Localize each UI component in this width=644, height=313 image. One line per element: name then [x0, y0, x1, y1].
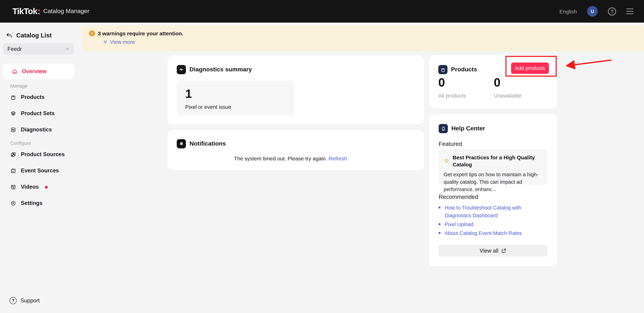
annotation-arrow-icon [558, 57, 617, 75]
recommended-links: How to Troubleshoot Catalog with Diagnos… [439, 204, 546, 238]
avatar[interactable]: U [587, 6, 598, 16]
external-link-icon [501, 248, 506, 253]
sidebar-item-label: Diagnostics [21, 126, 52, 133]
featured-article[interactable]: Best Practices for a High Quality Catalo… [439, 149, 548, 185]
sidebar: Catalog List Feedr Overview Manage Produ… [0, 23, 77, 313]
videos-notification-dot [45, 186, 48, 188]
help-icon[interactable]: ? [608, 7, 616, 15]
sidebar-item-overview[interactable]: Overview [3, 64, 74, 79]
support-button[interactable]: ? Support [0, 297, 77, 313]
card-title: Products [451, 66, 477, 73]
sidebar-item-label: Event Sources [21, 167, 59, 174]
diagnostics-icon [10, 127, 16, 133]
bullet-icon [439, 223, 440, 225]
featured-title: Best Practices for a High Quality Catalo… [452, 154, 542, 168]
catalog-manager-app: TikTok Catalog Manager English U ? Catal… [0, 0, 644, 313]
support-label: Support [20, 298, 40, 304]
stat-label: All products [438, 93, 466, 99]
language-selector[interactable]: English [560, 8, 577, 14]
sidebar-item-label: Settings [21, 200, 42, 206]
support-help-icon: ? [10, 297, 16, 304]
stat-value: 0 [438, 76, 466, 88]
bell-icon [177, 139, 186, 148]
sidebar-item-diagnostics[interactable]: Diagnostics [3, 121, 74, 138]
app-title: Catalog Manager [43, 8, 90, 15]
sidebar-item-product-sets[interactable]: Product Sets [3, 105, 74, 121]
sidebar-item-products[interactable]: Products [3, 89, 74, 105]
card-title: Notifications [190, 140, 226, 147]
tiktok-logo: TikTok [12, 6, 37, 16]
bullet-icon [439, 232, 440, 234]
chevron-down-icon [65, 47, 70, 51]
notifications-message: The system timed out. Please try again. … [168, 155, 414, 161]
header-actions: English U ? [560, 6, 634, 16]
warning-text: 3 warnings require your attention. [98, 30, 183, 36]
recommended-link[interactable]: About Catalog Event Match Rates [439, 229, 546, 237]
notifications-card: Notifications The system timed out. Plea… [168, 130, 424, 170]
sidebar-item-product-sources[interactable]: Product Sources [3, 146, 74, 163]
sidebar-item-label: Product Sets [21, 110, 54, 117]
issue-label: Pixel or event issue [185, 104, 231, 110]
view-more-link[interactable]: View more [103, 39, 644, 45]
catalog-selector[interactable]: Feedr [3, 43, 74, 55]
videos-icon [10, 184, 16, 190]
diagnostics-issue-tile[interactable]: 1 Pixel or event issue [177, 80, 295, 115]
products-icon [10, 94, 16, 100]
bulb-icon [444, 158, 450, 165]
double-chevron-down-icon [103, 39, 108, 44]
sidebar-item-label: Videos [21, 184, 39, 190]
sidebar-item-label: Overview [22, 68, 46, 74]
stat-all-products: 0 All products [438, 76, 466, 99]
product-sets-icon [10, 110, 16, 116]
tiktok-logo-colon-icon [38, 9, 40, 14]
brand: TikTok Catalog Manager [12, 6, 90, 16]
recommended-link[interactable]: Pixel Upload [439, 220, 546, 228]
sidebar-item-label: Product Sources [21, 151, 65, 158]
stat-label: Unavailable [494, 93, 522, 99]
sidebar-item-label: Products [21, 94, 44, 100]
help-center-card: Help Center Featured Best Practices for … [429, 114, 557, 266]
settings-icon [10, 200, 16, 206]
event-sources-icon [10, 168, 16, 174]
home-icon [12, 68, 18, 74]
diagnostics-summary-card: Diagnostics summary 1 Pixel or event iss… [168, 55, 424, 125]
sidebar-item-settings[interactable]: Settings [3, 195, 74, 211]
stat-value: 0 [494, 76, 522, 88]
featured-heading: Featured [439, 141, 462, 147]
sidebar-title: Catalog List [16, 32, 52, 39]
refresh-link[interactable]: Refresh [328, 155, 347, 161]
warning-icon: ! [89, 30, 95, 36]
back-to-catalog-list[interactable]: Catalog List [3, 31, 74, 39]
recommended-link[interactable]: How to Troubleshoot Catalog with Diagnos… [439, 204, 546, 219]
products-card: Products Add products 0 All products 0 U… [429, 55, 557, 109]
add-products-button[interactable]: Add products [511, 62, 549, 74]
card-title: Help Center [451, 125, 485, 132]
section-label-configure: Configure [3, 140, 74, 146]
recommended-heading: Recommended [439, 194, 478, 200]
sidebar-item-videos[interactable]: Videos [3, 179, 74, 195]
catalog-selector-value: Feedr [8, 46, 22, 52]
card-title: Diagnostics summary [190, 66, 252, 73]
stat-unavailable: 0 Unavailable [494, 76, 522, 99]
view-all-button[interactable]: View all [439, 245, 548, 257]
pulse-icon [177, 65, 186, 74]
issue-count: 1 [185, 88, 295, 100]
featured-description: Get expert tips on how to maintain a hig… [444, 171, 542, 193]
book-icon [439, 124, 448, 133]
section-label-manage: Manage [3, 83, 74, 89]
product-sources-icon [10, 151, 16, 157]
menu-icon[interactable] [626, 8, 634, 14]
bullet-icon [439, 207, 440, 208]
warning-banner: ! 3 warnings require your attention. Vie… [82, 26, 644, 51]
bag-icon [438, 65, 448, 74]
sidebar-item-event-sources[interactable]: Event Sources [3, 163, 74, 179]
app-header: TikTok Catalog Manager English U ? [0, 0, 644, 23]
back-icon [6, 32, 12, 39]
